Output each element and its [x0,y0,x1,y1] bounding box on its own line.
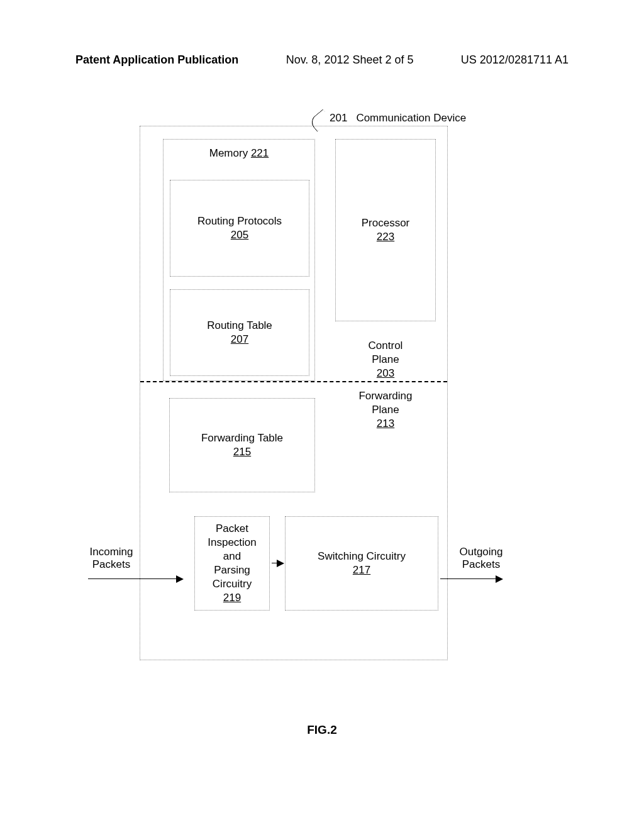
packet-inspection-l2: Inspection [195,536,269,550]
header-center: Nov. 8, 2012 Sheet 2 of 5 [286,53,414,67]
switching-label: Switching Circuitry [286,550,438,563]
memory-ref: 221 [251,147,269,159]
switching-ref: 217 [286,563,438,577]
incoming-packets-label: Incoming Packets [83,546,140,572]
forwarding-table-label: Forwarding Table [170,431,314,445]
page-header: Patent Application Publication Nov. 8, 2… [0,53,644,67]
device-title: Communication Device [356,112,466,124]
packet-inspection-l1: Packet [195,522,269,536]
incoming-l1: Incoming [90,546,133,558]
packet-inspection-l4: Parsing [195,563,269,577]
outgoing-packets-label: Outgoing Packets [453,546,509,572]
packet-inspection-ref: 219 [195,591,269,605]
memory-box: Memory 221 Routing Protocols 205 Routing… [163,139,315,381]
arrow-outgoing-icon [440,578,502,579]
arrow-incoming-icon [88,578,182,579]
forwarding-plane-l2: Plane [372,404,399,416]
header-right: US 2012/0281711 A1 [461,53,569,67]
packet-inspection-l5: Circuitry [195,577,269,591]
forwarding-plane-label: Forwarding Plane 213 [335,389,436,431]
header-left: Patent Application Publication [75,53,238,67]
device-ref-label: 201 Communication Device [308,111,466,124]
routing-table-label: Routing Table [170,319,309,333]
processor-box: Processor 223 [335,139,436,321]
processor-label: Processor [336,216,435,230]
routing-protocols-label: Routing Protocols [170,214,309,228]
switching-circuitry-box: Switching Circuitry 217 [285,516,438,611]
control-plane-l2: Plane [372,353,399,365]
routing-table-ref: 207 [170,333,309,346]
arrow-mid-icon [272,563,283,563]
figure-label: FIG.2 [0,723,644,737]
forwarding-table-ref: 215 [170,445,314,459]
memory-label: Memory [209,147,248,159]
device-ref: 201 [330,112,347,124]
routing-table-box: Routing Table 207 [170,289,309,376]
memory-title: Memory 221 [164,147,314,160]
packet-inspection-box: Packet Inspection and Parsing Circuitry … [194,516,270,611]
control-plane-l1: Control [369,340,403,351]
packet-inspection-l3: and [195,550,269,563]
control-plane-label: Control Plane 203 [335,339,436,380]
plane-divider [140,381,447,382]
communication-device-box: Memory 221 Routing Protocols 205 Routing… [140,126,448,660]
routing-protocols-box: Routing Protocols 205 [170,180,309,277]
outgoing-l2: Packets [462,558,500,570]
forwarding-plane-ref: 213 [377,418,394,429]
outgoing-l1: Outgoing [460,546,503,558]
routing-protocols-ref: 205 [170,228,309,242]
control-plane-ref: 203 [377,367,394,379]
forwarding-plane-l1: Forwarding [358,390,412,402]
processor-ref: 223 [336,230,435,244]
incoming-l2: Packets [92,558,130,570]
forwarding-table-box: Forwarding Table 215 [169,398,315,492]
